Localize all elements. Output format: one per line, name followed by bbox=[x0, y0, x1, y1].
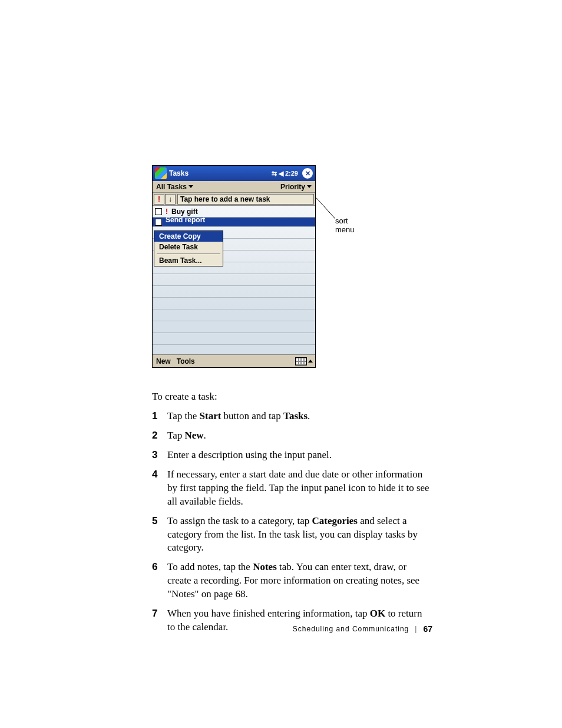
task-label: Buy gift bbox=[171, 207, 198, 216]
task-row-selected[interactable]: Send report bbox=[153, 218, 315, 227]
chevron-up-icon[interactable] bbox=[308, 360, 313, 363]
new-button[interactable]: New bbox=[156, 357, 171, 365]
pda-screenshot: Tasks ⇆ ◀ 2:29 ✕ All Tasks Priority ! bbox=[152, 165, 316, 368]
task-checkbox[interactable] bbox=[155, 219, 162, 226]
step-item: 5 To assign the task to a category, tap … bbox=[152, 515, 432, 555]
callout-label: sort menu bbox=[335, 216, 355, 234]
menu-delete-task[interactable]: Delete Task bbox=[154, 242, 223, 252]
step-item: 3 Enter a description using the input pa… bbox=[152, 449, 432, 462]
step-item: 2 Tap New. bbox=[152, 429, 432, 443]
clock-time: 2:29 bbox=[285, 170, 298, 177]
close-icon[interactable]: ✕ bbox=[302, 168, 313, 179]
steps-list: 1 Tap the Start button and tap Tasks. 2 … bbox=[152, 410, 432, 634]
step-item: 1 Tap the Start button and tap Tasks. bbox=[152, 410, 432, 423]
context-menu: Create Copy Delete Task Beam Task... bbox=[154, 230, 223, 266]
menu-separator bbox=[157, 253, 220, 254]
menu-create-copy[interactable]: Create Copy bbox=[154, 231, 223, 242]
step-item: 6 To add notes, tap the Notes tab. You c… bbox=[152, 561, 432, 601]
intro-text: To create a task: bbox=[152, 390, 432, 404]
filter-category-dropdown[interactable]: All Tasks bbox=[156, 183, 193, 191]
pda-bottom-bar: New Tools bbox=[153, 354, 315, 367]
body-text: To create a task: 1 Tap the Start button… bbox=[152, 390, 432, 634]
task-row[interactable]: ! Buy gift bbox=[153, 206, 315, 218]
menu-beam-task[interactable]: Beam Task... bbox=[154, 255, 223, 266]
app-title: Tasks bbox=[169, 169, 272, 177]
keyboard-icon[interactable] bbox=[295, 357, 307, 365]
task-list: ! Buy gift Send report bbox=[153, 206, 315, 227]
sort-menu-dropdown[interactable]: Priority bbox=[280, 183, 312, 191]
filter-category-label: All Tasks bbox=[156, 183, 187, 191]
add-task-input[interactable]: Tap here to add a new task bbox=[177, 194, 314, 205]
footer-separator: | bbox=[415, 625, 417, 633]
footer-section: Scheduling and Communicating bbox=[293, 625, 409, 633]
connectivity-icon: ⇆ bbox=[272, 170, 277, 177]
sort-direction-button[interactable]: ↓ bbox=[165, 194, 176, 205]
status-icons: ⇆ ◀ 2:29 ✕ bbox=[272, 168, 313, 179]
task-label: Send report bbox=[166, 218, 205, 224]
chevron-down-icon bbox=[307, 185, 312, 188]
task-checkbox[interactable] bbox=[155, 208, 162, 215]
pda-titlebar: Tasks ⇆ ◀ 2:29 ✕ bbox=[153, 166, 315, 181]
tools-button[interactable]: Tools bbox=[177, 357, 195, 365]
add-task-row: ! ↓ Tap here to add a new task bbox=[153, 193, 315, 206]
start-icon[interactable] bbox=[155, 167, 167, 179]
filter-bar: All Tasks Priority bbox=[153, 181, 315, 193]
page-footer: Scheduling and Communicating | 67 bbox=[293, 624, 432, 634]
add-task-placeholder: Tap here to add a new task bbox=[180, 195, 270, 203]
footer-page-number: 67 bbox=[423, 624, 432, 634]
priority-toggle-button[interactable]: ! bbox=[154, 194, 164, 205]
sort-label: Priority bbox=[280, 183, 305, 191]
svg-line-0 bbox=[316, 193, 335, 219]
speaker-icon: ◀ bbox=[279, 170, 283, 177]
priority-icon: ! bbox=[166, 207, 168, 216]
chevron-down-icon bbox=[189, 185, 193, 188]
step-item: 4 If necessary, enter a start date and d… bbox=[152, 468, 432, 509]
